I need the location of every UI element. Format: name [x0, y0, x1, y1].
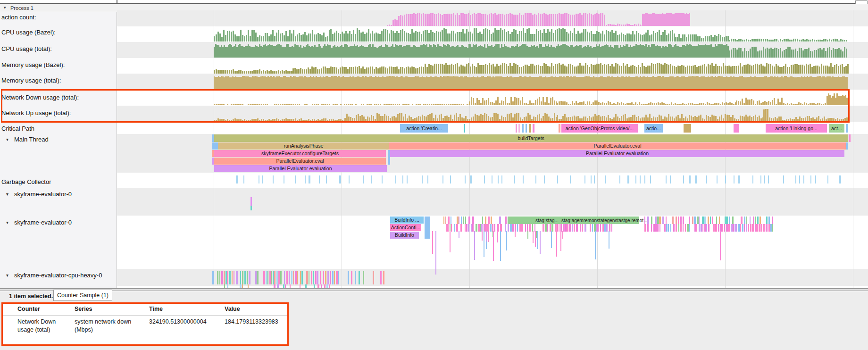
counter-bar-action-count[interactable] [392, 20, 394, 26]
counter-bar-net-up[interactable] [554, 113, 555, 121]
counter-bar-net-up[interactable] [763, 109, 765, 121]
counter-bar-mem-bazel[interactable] [619, 66, 620, 74]
counter-bar-net-down[interactable] [673, 104, 674, 105]
counter-bar-cpu-bazel[interactable] [780, 39, 781, 42]
counter-bar-net-up[interactable] [728, 115, 730, 121]
counter-bar-cpu-total[interactable] [802, 50, 804, 58]
trace-slice-tick[interactable] [582, 224, 583, 232]
counter-bar-action-count[interactable] [587, 14, 588, 26]
counter-bar-cpu-bazel[interactable] [402, 29, 403, 42]
counter-bar-net-up[interactable] [289, 119, 291, 121]
gc-event-tick[interactable] [501, 175, 502, 183]
trace-slice-tick[interactable] [300, 271, 301, 284]
counter-bar-cpu-bazel[interactable] [223, 30, 225, 42]
gc-event-tick[interactable] [619, 175, 620, 183]
counter-bar-cpu-bazel[interactable] [549, 32, 551, 42]
counter-bar-net-up[interactable] [775, 117, 776, 121]
counter-bar-action-count[interactable] [572, 15, 573, 26]
counter-bar-cpu-bazel[interactable] [299, 33, 300, 42]
trace-slice[interactable]: Parallel Evaluator evaluation [390, 150, 844, 157]
counter-bar-cpu-total[interactable] [840, 50, 842, 58]
counter-bar-net-up[interactable] [837, 118, 838, 121]
counter-bar-cpu-total[interactable] [831, 50, 832, 58]
counter-bar-net-up[interactable] [225, 120, 226, 121]
counter-bar-action-count[interactable] [632, 25, 634, 26]
counter-bar-mem-bazel[interactable] [630, 66, 632, 74]
sidebar-item-critical-path[interactable]: Critical Path [0, 124, 116, 134]
counter-bar-cpu-bazel[interactable] [332, 34, 334, 42]
counter-bar-net-up[interactable] [509, 114, 510, 121]
counter-bar-mem-bazel[interactable] [261, 71, 262, 74]
counter-bar-net-down[interactable] [300, 105, 302, 105]
counter-bar-net-up[interactable] [458, 117, 459, 121]
counter-bar-mem-bazel[interactable] [742, 67, 743, 74]
counter-bar-net-up[interactable] [401, 113, 402, 121]
counter-bar-mem-bazel[interactable] [785, 64, 786, 74]
counter-bar-mem-bazel[interactable] [219, 70, 221, 74]
counter-bar-cpu-bazel[interactable] [714, 35, 716, 42]
counter-bar-mem-bazel[interactable] [387, 68, 388, 74]
counter-bar-cpu-total[interactable] [836, 49, 838, 58]
counter-bar-cpu-bazel[interactable] [474, 28, 475, 42]
trace-slice[interactable] [383, 271, 384, 284]
trace-slice-tick[interactable] [680, 224, 682, 232]
counter-bar-net-up[interactable] [439, 115, 440, 121]
counter-bar-net-up[interactable] [382, 116, 384, 121]
counter-bar-net-up[interactable] [467, 119, 468, 121]
counter-bar-net-down[interactable] [714, 103, 716, 105]
counter-bar-net-up[interactable] [299, 119, 300, 121]
trace-slice-tick[interactable] [746, 224, 747, 232]
counter-bar-mem-bazel[interactable] [394, 67, 396, 74]
counter-bar-cpu-total[interactable] [778, 49, 779, 58]
counter-bar-cpu-bazel[interactable] [581, 33, 583, 42]
counter-bar-action-count[interactable] [436, 14, 437, 26]
counter-bar-net-down[interactable] [791, 103, 792, 105]
counter-bar-cpu-bazel[interactable] [250, 36, 251, 42]
counter-bar-action-count[interactable] [517, 15, 518, 26]
counter-bar-action-count[interactable] [415, 14, 417, 26]
collapse-arrow-icon[interactable]: ▾ [6, 270, 8, 281]
counter-bar-net-up[interactable] [702, 118, 703, 121]
counter-bar-net-up[interactable] [327, 120, 328, 121]
counter-bar-action-count[interactable] [611, 25, 613, 26]
counter-bar-net-up[interactable] [454, 115, 455, 121]
counter-bar-net-down[interactable] [346, 104, 347, 105]
counter-bar-net-up[interactable] [843, 119, 844, 121]
counter-bar-mem-bazel[interactable] [600, 63, 601, 74]
counter-bar-net-down[interactable] [598, 102, 600, 105]
counter-bar-net-down[interactable] [762, 102, 764, 105]
counter-bar-mem-bazel[interactable] [360, 68, 362, 74]
counter-bar-mem-bazel[interactable] [802, 65, 803, 74]
counter-bar-net-down[interactable] [265, 104, 266, 105]
counter-bar-cpu-bazel[interactable] [534, 34, 535, 42]
counter-bar-mem-bazel[interactable] [538, 65, 539, 74]
counter-bar-net-up[interactable] [617, 117, 618, 121]
counter-bar-cpu-bazel[interactable] [606, 30, 607, 42]
counter-bar-net-down[interactable] [278, 104, 279, 105]
counter-bar-net-down[interactable] [751, 99, 752, 105]
gc-event-tick[interactable] [760, 175, 761, 183]
counter-bar-net-down[interactable] [529, 100, 531, 105]
counter-bar-mem-bazel[interactable] [257, 70, 259, 74]
counter-bar-mem-bazel[interactable] [453, 65, 454, 74]
trace-slice-tick[interactable] [699, 217, 700, 224]
trace-slice-tick[interactable] [459, 217, 459, 224]
counter-bar-cpu-total[interactable] [763, 47, 764, 58]
counter-bar-net-down[interactable] [623, 103, 624, 105]
counter-bar-mem-bazel[interactable] [432, 66, 434, 74]
counter-bar-net-up[interactable] [546, 114, 548, 121]
counter-bar-net-down[interactable] [572, 101, 573, 105]
counter-bar-mem-bazel[interactable] [445, 63, 447, 74]
counter-bar-net-up[interactable] [505, 117, 506, 121]
counter-bar-cpu-bazel[interactable] [343, 33, 345, 42]
gc-event-tick[interactable] [644, 175, 645, 183]
counter-bar-net-up[interactable] [738, 119, 739, 121]
counter-bar-net-down[interactable] [421, 105, 423, 105]
counter-bar-net-down[interactable] [731, 103, 733, 105]
counter-bar-cpu-total[interactable] [818, 49, 819, 58]
counter-bar-net-down[interactable] [781, 98, 783, 105]
trace-slice-tick[interactable] [772, 217, 773, 224]
counter-bar-net-up[interactable] [585, 117, 586, 121]
trace-slice-tick[interactable] [242, 271, 243, 284]
counter-bar-net-up[interactable] [397, 114, 399, 121]
